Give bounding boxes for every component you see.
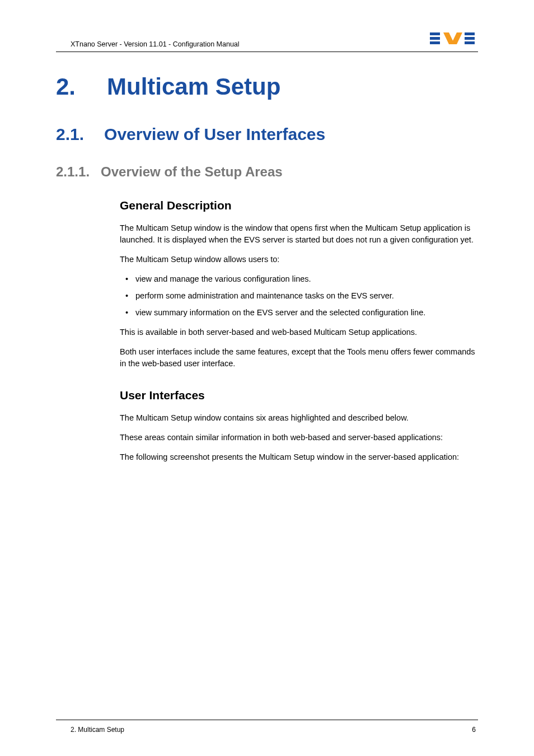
bullet-list: view and manage the various configuratio…	[120, 273, 478, 319]
header-breadcrumb: XTnano Server - Version 11.01 - Configur…	[56, 40, 240, 48]
heading-2-number: 2.1.	[56, 125, 84, 144]
footer-page-number: 6	[472, 726, 478, 734]
heading-1-title: Multicam Setup	[107, 73, 280, 100]
body-paragraph: The Multicam Setup window contains six a…	[120, 412, 478, 424]
body-paragraph: Both user interfaces include the same fe…	[120, 346, 478, 370]
evs-logo-icon	[430, 31, 478, 48]
list-item: perform some administration and maintena…	[120, 290, 478, 302]
subheading-user-interfaces: User Interfaces	[120, 389, 478, 402]
page-header: XTnano Server - Version 11.01 - Configur…	[56, 31, 478, 52]
svg-rect-6	[465, 37, 475, 40]
svg-rect-2	[430, 41, 440, 44]
svg-rect-5	[465, 32, 475, 35]
heading-3-title: Overview of the Setup Areas	[101, 164, 283, 180]
list-item: view summary information on the EVS serv…	[120, 307, 478, 319]
page-footer: 2. Multicam Setup 6	[56, 720, 478, 734]
svg-rect-7	[465, 41, 475, 44]
body-paragraph: The Multicam Setup window allows users t…	[120, 254, 478, 265]
svg-rect-1	[430, 37, 440, 40]
heading-2: 2.1. Overview of User Interfaces	[56, 125, 478, 144]
body-paragraph: These areas contain similar information …	[120, 432, 478, 444]
heading-1-number: 2.	[56, 73, 76, 100]
body-paragraph: The following screenshot presents the Mu…	[120, 451, 478, 463]
heading-3: 2.1.1. Overview of the Setup Areas	[56, 164, 478, 180]
subheading-general-description: General Description	[120, 199, 478, 212]
svg-rect-0	[430, 32, 440, 35]
heading-1: 2. Multicam Setup	[56, 73, 478, 100]
footer-section-label: 2. Multicam Setup	[56, 726, 124, 734]
body-paragraph: The Multicam Setup window is the window …	[120, 222, 478, 246]
svg-marker-4	[451, 32, 462, 44]
heading-2-title: Overview of User Interfaces	[104, 125, 325, 144]
list-item: view and manage the various configuratio…	[120, 273, 478, 285]
heading-3-number: 2.1.1.	[56, 164, 90, 180]
body-paragraph: This is available in both server-based a…	[120, 326, 478, 338]
